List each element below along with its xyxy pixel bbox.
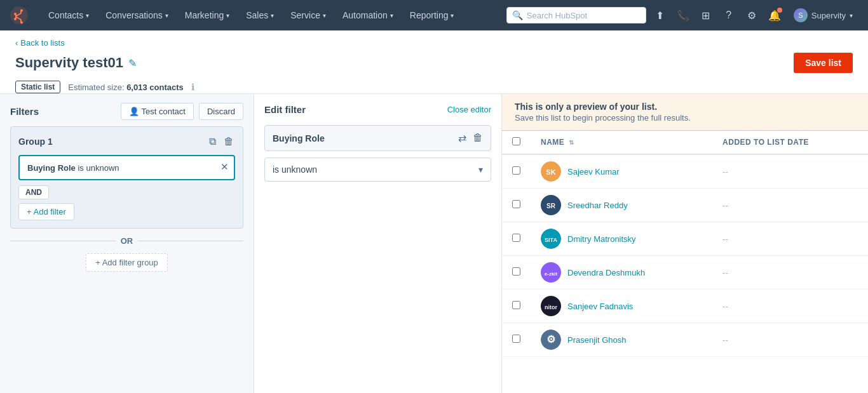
account-name: Supervity	[811, 11, 846, 20]
add-filter-group-button[interactable]: + Add filter group	[86, 253, 168, 272]
contact-name-link[interactable]: Devendra Deshmukh	[567, 268, 645, 277]
estimated-size: Estimated size: 6,013 contacts	[68, 83, 183, 92]
info-icon[interactable]: ℹ	[191, 82, 194, 92]
filter-group-1: Group 1 ⧉ 🗑 ✕ Buying Role is unknown AND…	[10, 126, 243, 229]
filter-value-dropdown[interactable]: is unknown ▾	[264, 157, 491, 182]
delete-group-icon[interactable]: 🗑	[222, 135, 235, 149]
nav-items: Contacts ▾ Conversations ▾ Marketing ▾ S…	[41, 6, 506, 24]
chevron-down-icon: ▾	[86, 12, 89, 19]
close-editor-link[interactable]: Close editor	[447, 105, 491, 114]
avatar: SITA	[541, 229, 561, 249]
list-type-badge: Static list	[15, 81, 60, 93]
test-contact-button[interactable]: 👤 Test contact	[121, 103, 194, 120]
added-date-value: --	[722, 167, 728, 177]
col-date-header[interactable]: ADDED TO LIST DATE	[712, 131, 868, 154]
filter-condition[interactable]: ✕ Buying Role is unknown	[18, 155, 235, 180]
table-row: nitor Sanjeev Fadnavis --	[502, 290, 868, 323]
svg-text:⚙: ⚙	[546, 334, 555, 345]
added-date-value: --	[722, 335, 728, 345]
preview-table: NAME ⇅ ADDED TO LIST DATE SK Sajeev Kuma…	[502, 131, 868, 393]
chevron-left-icon: ‹	[15, 38, 18, 48]
nav-automation[interactable]: Automation ▾	[335, 6, 401, 24]
account-switcher[interactable]: S Supervity ▾	[789, 6, 858, 25]
row-checkbox-cell[interactable]	[502, 290, 531, 323]
upgrade-icon[interactable]: ⬆	[651, 6, 669, 24]
table-row: ⚙ Prasenjit Ghosh --	[502, 323, 868, 357]
chevron-down-icon: ▾	[451, 12, 454, 19]
chevron-down-icon: ▾	[271, 12, 274, 19]
contact-name-link[interactable]: Dmitry Matronitsky	[567, 234, 636, 244]
search-input[interactable]	[527, 11, 641, 20]
select-all-checkbox-header[interactable]	[502, 131, 531, 154]
row-checkbox-cell[interactable]	[502, 222, 531, 256]
contact-name-link[interactable]: Prasenjit Ghosh	[567, 335, 627, 345]
chevron-down-icon: ▾	[478, 164, 483, 175]
nav-reporting[interactable]: Reporting ▾	[402, 6, 462, 24]
chevron-down-icon: ▾	[323, 12, 326, 19]
row-checkbox-cell[interactable]	[502, 256, 531, 290]
nav-marketing[interactable]: Marketing ▾	[177, 6, 237, 24]
edit-filter-header: Edit filter Close editor	[264, 104, 491, 115]
col-name-header[interactable]: NAME ⇅	[531, 131, 712, 154]
row-checkbox[interactable]	[512, 166, 520, 175]
contact-name-link[interactable]: Sanjeev Fadnavis	[567, 302, 633, 311]
edit-filter-title: Edit filter	[264, 104, 306, 115]
contact-name-cell: e-zkit Devendra Deshmukh	[531, 256, 712, 290]
svg-text:e-zkit: e-zkit	[545, 271, 558, 277]
marketplace-icon[interactable]: ⊞	[697, 6, 715, 24]
row-checkbox[interactable]	[512, 267, 520, 276]
nav-conversations[interactable]: Conversations ▾	[98, 6, 176, 24]
save-list-button[interactable]: Save list	[794, 53, 853, 73]
contact-name-cell: ⚙ Prasenjit Ghosh	[531, 323, 712, 357]
nav-contacts[interactable]: Contacts ▾	[41, 6, 97, 24]
group-icons: ⧉ 🗑	[208, 135, 235, 149]
help-icon[interactable]: ?	[720, 6, 738, 24]
notifications-icon[interactable]: 🔔	[766, 6, 783, 24]
back-to-lists-link[interactable]: ‹ Back to lists	[15, 38, 853, 48]
notification-badge	[777, 8, 782, 13]
nav-right-icons: 🔍 ⬆ 📞 ⊞ ? ⚙ 🔔 S Supervity ▾	[506, 6, 858, 25]
sort-icon: ⇅	[569, 139, 574, 146]
added-date-value: --	[722, 268, 728, 277]
row-checkbox[interactable]	[512, 200, 520, 208]
table-row: SK Sajeev Kumar --	[502, 154, 868, 189]
row-checkbox-cell[interactable]	[502, 323, 531, 357]
svg-text:nitor: nitor	[545, 304, 557, 310]
search-icon: 🔍	[512, 10, 523, 20]
filters-title: Filters	[10, 106, 39, 117]
phone-icon[interactable]: 📞	[674, 6, 692, 24]
added-date-cell: --	[712, 290, 868, 323]
nav-service[interactable]: Service ▾	[283, 6, 334, 24]
copy-group-icon[interactable]: ⧉	[208, 135, 217, 149]
add-filter-button[interactable]: + Add filter	[18, 203, 74, 220]
row-checkbox-cell[interactable]	[502, 154, 531, 189]
svg-text:SK: SK	[546, 168, 555, 176]
nav-sales[interactable]: Sales ▾	[238, 6, 281, 24]
swap-icon[interactable]: ⇄	[458, 132, 466, 144]
edit-filter-panel: Edit filter Close editor Buying Role ⇄ 🗑…	[254, 94, 502, 393]
hubspot-logo[interactable]	[10, 6, 28, 24]
discard-button[interactable]: Discard	[199, 103, 243, 120]
contact-name-link[interactable]: Sajeev Kumar	[567, 167, 620, 177]
row-checkbox[interactable]	[512, 301, 520, 309]
contacts-table: NAME ⇅ ADDED TO LIST DATE SK Sajeev Kuma…	[502, 131, 868, 357]
contact-name-link[interactable]: Sreedhar Reddy	[567, 201, 628, 210]
select-all-checkbox[interactable]	[512, 137, 520, 145]
filters-header: Filters 👤 Test contact Discard	[0, 94, 254, 126]
filter-prop-icons: ⇄ 🗑	[458, 132, 483, 144]
edit-title-icon[interactable]: ✎	[128, 57, 137, 69]
settings-icon[interactable]: ⚙	[743, 6, 761, 24]
delete-filter-icon[interactable]: 🗑	[473, 132, 483, 144]
page-header-row: Supervity test01 ✎ Save list	[15, 53, 853, 81]
row-checkbox[interactable]	[512, 335, 520, 343]
contact-name-cell: nitor Sanjeev Fadnavis	[531, 290, 712, 323]
added-date-value: --	[722, 201, 728, 210]
avatar: SR	[541, 195, 561, 215]
row-checkbox-cell[interactable]	[502, 189, 531, 222]
delete-condition-icon[interactable]: ✕	[220, 161, 229, 173]
preview-banner-title: This is only a preview of your list.	[515, 102, 855, 112]
search-bar[interactable]: 🔍	[506, 7, 646, 23]
avatar: S	[794, 8, 808, 22]
row-checkbox[interactable]	[512, 234, 520, 242]
top-navigation: Contacts ▾ Conversations ▾ Marketing ▾ S…	[0, 0, 868, 30]
